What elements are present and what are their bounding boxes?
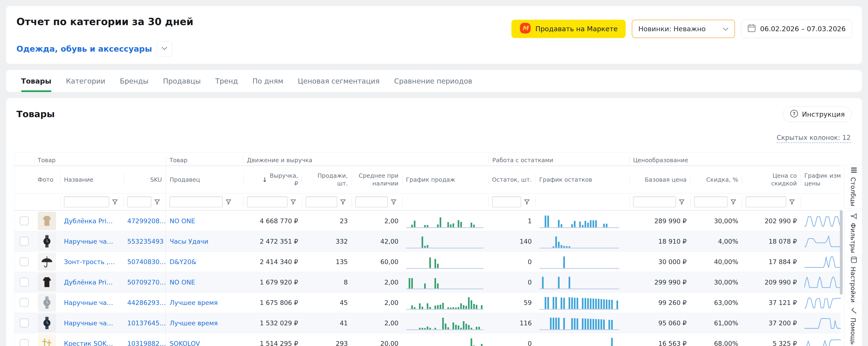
filter-input-revenue[interactable] [247,197,287,207]
cell-stock: 116 [489,313,535,333]
tab-5[interactable]: Тренд [215,70,238,92]
seller-link[interactable]: Часы Удачи [169,238,208,245]
seller-link[interactable]: Лучшее время [169,299,218,306]
row-checkbox[interactable] [20,298,29,307]
row-checkbox[interactable] [20,319,29,327]
filter-funnel-icon[interactable] [112,199,118,205]
name-link[interactable]: Наручные ча… [64,238,113,245]
seller-link[interactable]: Лучшее время [169,319,218,327]
name-link[interactable]: Дублёнка Pri… [64,218,113,225]
row-checkbox[interactable] [20,278,29,287]
product-photo[interactable] [38,253,56,271]
col-header-sales[interactable]: Продажи,шт. [302,166,352,194]
sku-link[interactable]: 10137645… [127,319,166,327]
product-photo[interactable] [38,293,56,312]
name-link[interactable]: Зонт-трость ,… [64,258,115,265]
filter-input-disc_price[interactable] [746,197,786,207]
tab-4[interactable]: Продавцы [163,70,201,92]
filter-funnel-icon[interactable] [524,199,530,205]
dock-tab-2[interactable]: Фильтры [844,211,862,255]
row-checkbox[interactable] [20,237,29,246]
filter-funnel-icon[interactable] [290,199,296,205]
filter-funnel-icon[interactable] [391,199,397,205]
cell-base_price: 16 563 ₽ [629,333,690,346]
cell-sales_chart [402,313,489,333]
cell-sales: 41 [302,313,352,333]
filter-input-seller[interactable] [169,197,223,207]
tab-7[interactable]: Ценовая сегментация [298,70,379,92]
tab-6[interactable]: По дням [252,70,283,92]
name-link[interactable]: Дублёнка Pri… [64,279,113,286]
product-photo[interactable] [38,232,56,251]
col-header-checkbox[interactable] [14,166,34,194]
dock-tab-3[interactable]: Настройки [844,257,862,301]
filter-funnel-icon[interactable] [730,199,736,205]
dock-tab-4[interactable]: Помощь [844,304,862,346]
col-header-seller[interactable]: Продавец [166,166,243,194]
filter-input-base_price[interactable] [633,197,676,207]
name-link[interactable]: Наручные ча… [64,319,113,327]
row-checkbox[interactable] [20,257,29,266]
sku-link[interactable]: 10319882… [127,340,166,346]
newness-select[interactable]: Новинки: Неважно [632,20,735,38]
filter-funnel-icon[interactable] [154,199,160,205]
product-photo[interactable] [38,212,56,230]
seller-link[interactable]: SOKOLOV [169,340,200,346]
category-link[interactable]: Одежда, обувь и аксессуары [17,44,152,54]
date-range-picker[interactable]: 06.02.2026 – 07.03.2026 [741,20,852,38]
row-checkbox[interactable] [20,339,29,346]
col-header-sku[interactable]: SKU [124,166,166,194]
seller-link[interactable]: NO ONE [169,279,195,286]
col-header-revenue[interactable]: ↓Выручка,₽ [243,166,302,194]
filter-input-sku[interactable] [127,197,151,207]
tab-3[interactable]: Бренды [120,70,149,92]
category-expand-button[interactable] [157,41,172,56]
sku-link[interactable]: 553235493 [127,238,164,245]
col-header-name[interactable]: Название [60,166,124,194]
sort-desc-icon[interactable]: ↓ [262,176,268,183]
name-link[interactable]: Наручные ча… [64,299,113,306]
filter-cell-avg [352,194,402,211]
sell-on-market-button[interactable]: M Продавать на Маркете [512,20,626,38]
instruction-button[interactable]: ? Инструкция [783,107,851,122]
filter-funnel-icon[interactable] [225,199,231,205]
seller-link[interactable]: D&Y20& [169,258,196,265]
col-header-stock_chart[interactable]: График остатков [535,166,629,194]
col-header-discount[interactable]: Скидка, % [690,166,742,194]
cell-sku: 10319882… [124,333,166,346]
filter-funnel-icon[interactable] [679,199,685,205]
col-header-price_chart[interactable]: График изменцены [801,166,841,194]
tab-1[interactable]: Товары [21,70,51,92]
col-header-base_price[interactable]: Базовая цена [629,166,690,194]
filter-funnel-icon[interactable] [340,199,346,205]
mini-bar-chart [539,295,619,310]
col-header-avg[interactable]: Среднее приналичии [352,166,402,194]
col-header-disc_price[interactable]: Цена соскидкой [742,166,801,194]
col-header-photo[interactable]: Фото [34,166,60,194]
sku-link[interactable]: 50740830… [127,258,166,265]
filter-cell-price_chart [801,194,841,211]
filter-funnel-icon[interactable] [789,199,795,205]
product-photo[interactable] [38,273,56,291]
filter-input-discount[interactable] [694,197,727,207]
seller-link[interactable]: NO ONE [169,218,195,225]
col-header-stock[interactable]: Остаток, шт. [489,166,535,194]
tab-8[interactable]: Сравнение периодов [394,70,472,92]
filter-input-sales[interactable] [306,197,337,207]
sku-link[interactable]: 44286293… [127,299,166,306]
product-photo[interactable] [38,314,56,332]
vertical-scrollbar[interactable] [840,210,843,295]
row-checkbox[interactable] [20,217,29,225]
name-link[interactable]: Крестик SOK… [64,340,113,346]
tab-2[interactable]: Категории [66,70,105,92]
sku-link[interactable]: 50709270… [127,279,166,286]
dock-tab-1[interactable]: Столбцы [844,164,862,208]
filter-input-name[interactable] [64,197,109,207]
product-photo[interactable] [38,334,56,346]
filter-input-stock[interactable] [492,197,521,207]
sku-link[interactable]: 47299208… [127,218,166,225]
col-header-sales_chart[interactable]: График продаж [402,166,489,194]
hidden-columns-link[interactable]: Скрытых колонок: 12 [776,134,850,143]
filter-input-avg[interactable] [355,197,388,207]
cell-stock_chart [535,231,629,252]
